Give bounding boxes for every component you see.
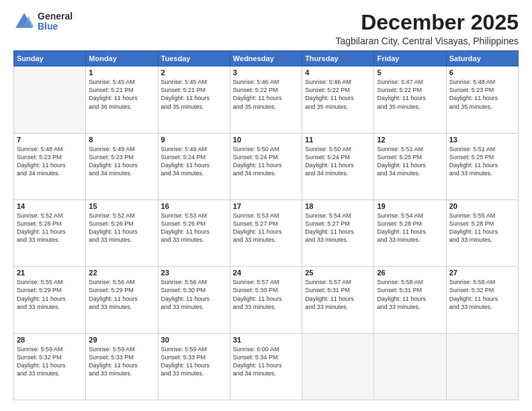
daylight-line1: Daylight: 11 hours xyxy=(449,228,515,236)
daylight-line1: Daylight: 11 hours xyxy=(377,161,443,169)
daylight-line2: and 33 minutes. xyxy=(305,303,371,311)
day-info: Sunrise: 5:54 AMSunset: 5:28 PMDaylight:… xyxy=(377,212,443,244)
header-cell-tuesday: Tuesday xyxy=(158,51,230,66)
daylight-line1: Daylight: 11 hours xyxy=(161,228,227,236)
daylight-line1: Daylight: 11 hours xyxy=(305,228,371,236)
daylight-line2: and 33 minutes. xyxy=(161,303,227,311)
daylight-line2: and 33 minutes. xyxy=(89,369,154,377)
day-info: Sunrise: 5:59 AMSunset: 5:32 PMDaylight:… xyxy=(17,345,83,378)
sunset-text: Sunset: 5:28 PM xyxy=(449,220,515,228)
sunset-text: Sunset: 5:33 PM xyxy=(89,353,154,361)
sunrise-text: Sunrise: 5:48 AM xyxy=(17,145,83,153)
sunset-text: Sunset: 5:25 PM xyxy=(449,153,515,161)
day-info: Sunrise: 5:49 AMSunset: 5:24 PMDaylight:… xyxy=(161,145,227,178)
daylight-line1: Daylight: 11 hours xyxy=(449,295,515,303)
sunset-text: Sunset: 5:27 PM xyxy=(233,220,299,228)
sunrise-text: Sunrise: 5:57 AM xyxy=(233,278,299,286)
day-number: 15 xyxy=(89,202,154,210)
day-number: 8 xyxy=(89,136,154,144)
daylight-line2: and 33 minutes. xyxy=(233,236,299,244)
day-info: Sunrise: 6:00 AMSunset: 5:34 PMDaylight:… xyxy=(233,345,299,378)
daylight-line1: Daylight: 11 hours xyxy=(17,361,83,369)
week-row-2: 7Sunrise: 5:48 AMSunset: 5:23 PMDaylight… xyxy=(14,133,519,199)
week-row-3: 14Sunrise: 5:52 AMSunset: 5:26 PMDayligh… xyxy=(14,199,519,266)
sunset-text: Sunset: 5:25 PM xyxy=(377,153,443,161)
day-info: Sunrise: 5:54 AMSunset: 5:27 PMDaylight:… xyxy=(305,212,371,244)
day-info: Sunrise: 5:53 AMSunset: 5:26 PMDaylight:… xyxy=(161,212,227,244)
daylight-line2: and 35 minutes. xyxy=(449,103,515,111)
daylight-line1: Daylight: 11 hours xyxy=(89,295,154,303)
day-number: 31 xyxy=(233,336,299,344)
header-cell-thursday: Thursday xyxy=(302,51,374,66)
daylight-line2: and 33 minutes. xyxy=(89,236,154,244)
header-row: SundayMondayTuesdayWednesdayThursdayFrid… xyxy=(14,51,519,66)
sunrise-text: Sunrise: 5:55 AM xyxy=(449,212,515,220)
sunrise-text: Sunrise: 5:55 AM xyxy=(17,278,83,286)
sunset-text: Sunset: 5:28 PM xyxy=(377,220,443,228)
sunset-text: Sunset: 5:24 PM xyxy=(161,153,227,161)
day-cell: 28Sunrise: 5:59 AMSunset: 5:32 PMDayligh… xyxy=(14,333,86,400)
day-cell: 30Sunrise: 5:59 AMSunset: 5:33 PMDayligh… xyxy=(158,333,230,400)
sunrise-text: Sunrise: 5:49 AM xyxy=(89,145,154,153)
sunset-text: Sunset: 5:22 PM xyxy=(377,86,443,94)
day-cell: 8Sunrise: 5:49 AMSunset: 5:23 PMDaylight… xyxy=(86,133,158,199)
sunrise-text: Sunrise: 6:00 AM xyxy=(233,345,299,353)
day-info: Sunrise: 5:57 AMSunset: 5:30 PMDaylight:… xyxy=(233,278,299,311)
daylight-line2: and 35 minutes. xyxy=(377,103,443,111)
sunset-text: Sunset: 5:23 PM xyxy=(449,86,515,94)
day-cell: 29Sunrise: 5:59 AMSunset: 5:33 PMDayligh… xyxy=(86,333,158,400)
day-number: 17 xyxy=(233,202,299,210)
sunset-text: Sunset: 5:22 PM xyxy=(305,86,371,94)
day-info: Sunrise: 5:51 AMSunset: 5:25 PMDaylight:… xyxy=(377,145,443,178)
day-info: Sunrise: 5:49 AMSunset: 5:23 PMDaylight:… xyxy=(89,145,154,178)
sunrise-text: Sunrise: 5:47 AM xyxy=(377,78,443,86)
day-cell: 17Sunrise: 5:53 AMSunset: 5:27 PMDayligh… xyxy=(230,199,302,266)
day-cell: 6Sunrise: 5:48 AMSunset: 5:23 PMDaylight… xyxy=(446,66,518,133)
daylight-line1: Daylight: 11 hours xyxy=(305,161,371,169)
day-number: 16 xyxy=(161,202,227,210)
daylight-line2: and 33 minutes. xyxy=(449,303,515,311)
day-info: Sunrise: 5:57 AMSunset: 5:31 PMDaylight:… xyxy=(305,278,371,311)
day-info: Sunrise: 5:48 AMSunset: 5:23 PMDaylight:… xyxy=(449,78,515,111)
day-cell xyxy=(446,333,518,400)
daylight-line1: Daylight: 11 hours xyxy=(233,228,299,236)
daylight-line1: Daylight: 11 hours xyxy=(233,161,299,169)
sunset-text: Sunset: 5:21 PM xyxy=(89,86,154,94)
day-cell: 2Sunrise: 5:45 AMSunset: 5:21 PMDaylight… xyxy=(158,66,230,133)
daylight-line1: Daylight: 11 hours xyxy=(233,361,299,369)
sunrise-text: Sunrise: 5:50 AM xyxy=(305,145,371,153)
header-cell-monday: Monday xyxy=(86,51,158,66)
daylight-line1: Daylight: 11 hours xyxy=(161,94,227,102)
sunrise-text: Sunrise: 5:52 AM xyxy=(89,212,154,220)
day-cell: 23Sunrise: 5:56 AMSunset: 5:30 PMDayligh… xyxy=(158,267,230,333)
daylight-line2: and 33 minutes. xyxy=(17,303,83,311)
day-info: Sunrise: 5:52 AMSunset: 5:26 PMDaylight:… xyxy=(89,212,154,244)
day-number: 10 xyxy=(233,136,299,144)
daylight-line1: Daylight: 11 hours xyxy=(377,295,443,303)
day-cell: 7Sunrise: 5:48 AMSunset: 5:23 PMDaylight… xyxy=(14,133,86,199)
daylight-line1: Daylight: 11 hours xyxy=(233,94,299,102)
daylight-line1: Daylight: 11 hours xyxy=(89,161,154,169)
day-number: 5 xyxy=(377,68,443,77)
day-cell: 18Sunrise: 5:54 AMSunset: 5:27 PMDayligh… xyxy=(302,199,374,266)
sunset-text: Sunset: 5:31 PM xyxy=(377,286,443,294)
day-info: Sunrise: 5:48 AMSunset: 5:23 PMDaylight:… xyxy=(17,145,83,178)
day-info: Sunrise: 5:59 AMSunset: 5:33 PMDaylight:… xyxy=(89,345,154,378)
day-number: 13 xyxy=(449,136,515,144)
day-number: 14 xyxy=(17,202,83,210)
sunset-text: Sunset: 5:32 PM xyxy=(17,353,83,361)
day-cell: 16Sunrise: 5:53 AMSunset: 5:26 PMDayligh… xyxy=(158,199,230,266)
day-cell: 13Sunrise: 5:51 AMSunset: 5:25 PMDayligh… xyxy=(446,133,518,199)
sunrise-text: Sunrise: 5:58 AM xyxy=(449,278,515,286)
sunrise-text: Sunrise: 5:53 AM xyxy=(233,212,299,220)
daylight-line2: and 35 minutes. xyxy=(161,103,227,111)
calendar-body: 1Sunrise: 5:45 AMSunset: 5:21 PMDaylight… xyxy=(14,66,519,400)
daylight-line2: and 36 minutes. xyxy=(89,103,154,111)
daylight-line1: Daylight: 11 hours xyxy=(305,94,371,102)
day-number: 9 xyxy=(161,136,227,144)
sunrise-text: Sunrise: 5:59 AM xyxy=(17,345,83,353)
daylight-line2: and 34 minutes. xyxy=(305,169,371,177)
day-number: 3 xyxy=(233,68,299,77)
day-number: 21 xyxy=(17,269,83,277)
sunset-text: Sunset: 5:34 PM xyxy=(233,353,299,361)
